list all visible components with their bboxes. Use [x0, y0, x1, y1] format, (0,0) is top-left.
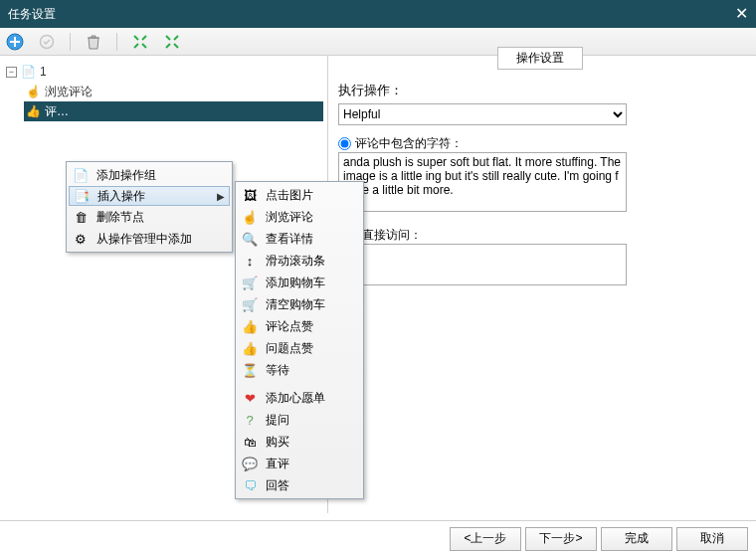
cm-label: 添加心愿单: [266, 390, 325, 407]
thumbs-up-icon: 👍: [242, 318, 258, 334]
tree-item-browse[interactable]: ☝ 浏览评论: [24, 82, 323, 101]
cm-view-detail[interactable]: 🔍查看详情: [238, 228, 361, 250]
trash-icon[interactable]: [85, 33, 102, 51]
done-button[interactable]: 完成: [601, 527, 672, 551]
reply-icon: 🗨: [242, 477, 258, 493]
buy-icon: 🛍: [242, 434, 258, 450]
next-button[interactable]: 下一步>: [525, 527, 597, 551]
cm-buy[interactable]: 🛍购买: [238, 431, 361, 453]
contains-radio[interactable]: [338, 137, 351, 150]
collapse-icon[interactable]: [163, 33, 181, 51]
cm-delete-node[interactable]: 🗑 删除节点: [69, 206, 230, 228]
cm-add-cart[interactable]: 🛒添加购物车: [238, 272, 361, 293]
cm-add-wishlist[interactable]: ❤添加心愿单: [238, 387, 361, 409]
gear-icon: ⚙: [73, 231, 89, 247]
settings-panel: 操作设置 执行操作： Helpful 评论中包含的字符： anda plush …: [328, 56, 756, 513]
cm-direct-review[interactable]: 💬直评: [238, 453, 361, 474]
expand-icon[interactable]: [131, 33, 149, 51]
exec-op-select[interactable]: Helpful: [338, 103, 627, 125]
image-icon: 🖼: [242, 187, 258, 203]
cart-clear-icon: 🛒: [242, 296, 258, 312]
tree-item-label: 浏览评论: [45, 84, 93, 100]
scroll-icon: ↕: [242, 253, 258, 269]
submenu-arrow-icon: ▶: [217, 191, 225, 202]
insert-icon: 📑: [74, 188, 90, 204]
cm-label: 添加购物车: [266, 275, 325, 291]
tree-item-label: 评…: [45, 103, 69, 120]
titlebar: 任务设置 ✕: [0, 0, 756, 28]
cm-label: 问题点赞: [266, 340, 313, 357]
cm-scroll[interactable]: ↕滑动滚动条: [238, 250, 361, 272]
direct-visit-textarea[interactable]: [338, 244, 627, 285]
direct-visit-row: 链接直接访问：: [338, 227, 746, 244]
cm-label: 插入操作: [97, 188, 145, 205]
cm-add-from-mgr[interactable]: ⚙ 从操作管理中添加: [69, 228, 230, 250]
magnifier-icon: 🔍: [242, 231, 258, 247]
like-icon: 👍: [26, 104, 41, 118]
cm-insert-op[interactable]: 📑 插入操作 ▶: [69, 186, 230, 206]
cm-qa-like[interactable]: 👍问题点赞: [238, 337, 361, 359]
tree-panel: − 📄 1 ☝ 浏览评论 👍 评… 📄 添加操作组 📑 插入操作 ▶: [0, 56, 328, 513]
cm-label: 删除节点: [96, 209, 144, 226]
contains-label: 评论中包含的字符：: [355, 135, 463, 152]
cm-label: 提问: [266, 412, 289, 429]
footer: <上一步 下一步> 完成 取消: [0, 520, 756, 556]
cm-label: 等待: [266, 362, 289, 379]
pointer-icon: ☝: [26, 85, 41, 98]
cancel-button[interactable]: 取消: [676, 527, 748, 551]
disabled-icon: [38, 33, 56, 51]
collapse-toggle-icon[interactable]: −: [6, 67, 17, 78]
pointer-icon: ☝: [242, 209, 258, 225]
contains-radio-row[interactable]: 评论中包含的字符：: [338, 135, 746, 152]
contains-textarea[interactable]: anda plush is super soft but flat. It mo…: [338, 152, 627, 212]
cm-label: 添加操作组: [96, 167, 156, 184]
exec-op-label: 执行操作：: [338, 82, 746, 99]
cm-label: 查看详情: [266, 231, 313, 248]
tree-root-label: 1: [40, 65, 47, 79]
chat-icon: 💬: [242, 456, 258, 471]
context-menu-submenu: 🖼点击图片 ☝浏览评论 🔍查看详情 ↕滑动滚动条 🛒添加购物车 🛒清空购物车 👍…: [235, 181, 364, 499]
cm-label: 回答: [266, 477, 289, 494]
tree-root[interactable]: − 📄 1: [4, 62, 323, 82]
cm-label: 评论点赞: [266, 318, 313, 335]
cm-ask[interactable]: ?提问: [238, 409, 361, 431]
task-icon: 📄: [21, 65, 36, 79]
cm-label: 点击图片: [266, 187, 313, 204]
heart-icon: ❤: [242, 390, 258, 406]
window-title: 任务设置: [8, 0, 56, 28]
prev-button[interactable]: <上一步: [450, 527, 521, 551]
tree-item-selected[interactable]: 👍 评…: [24, 101, 323, 121]
cm-click-img[interactable]: 🖼点击图片: [238, 184, 361, 206]
add-icon[interactable]: [6, 33, 24, 51]
toolbar: [0, 28, 756, 56]
cm-browse-review[interactable]: ☝浏览评论: [238, 206, 361, 228]
delete-icon: 🗑: [73, 209, 89, 225]
cm-label: 清空购物车: [266, 296, 325, 313]
cm-label: 购买: [266, 434, 289, 451]
cm-review-like[interactable]: 👍评论点赞: [238, 315, 361, 337]
hourglass-icon: ⏳: [242, 362, 258, 378]
question-icon: ?: [242, 412, 258, 428]
cm-label: 从操作管理中添加: [96, 231, 192, 248]
cm-clear-cart[interactable]: 🛒清空购物车: [238, 293, 361, 315]
cm-label: 滑动滚动条: [266, 253, 325, 270]
cm-reply[interactable]: 🗨回答: [238, 474, 361, 496]
cart-add-icon: 🛒: [242, 275, 258, 290]
context-menu-primary: 📄 添加操作组 📑 插入操作 ▶ 🗑 删除节点 ⚙ 从操作管理中添加: [66, 161, 233, 253]
thumbs-up-dark-icon: 👍: [242, 340, 258, 356]
add-group-icon: 📄: [73, 167, 89, 183]
cm-label: 直评: [266, 456, 289, 472]
cm-wait[interactable]: ⏳等待: [238, 359, 361, 381]
cm-label: 浏览评论: [266, 209, 313, 226]
close-icon[interactable]: ✕: [735, 0, 748, 28]
cm-add-group[interactable]: 📄 添加操作组: [69, 164, 230, 186]
settings-tab: 操作设置: [497, 47, 583, 70]
